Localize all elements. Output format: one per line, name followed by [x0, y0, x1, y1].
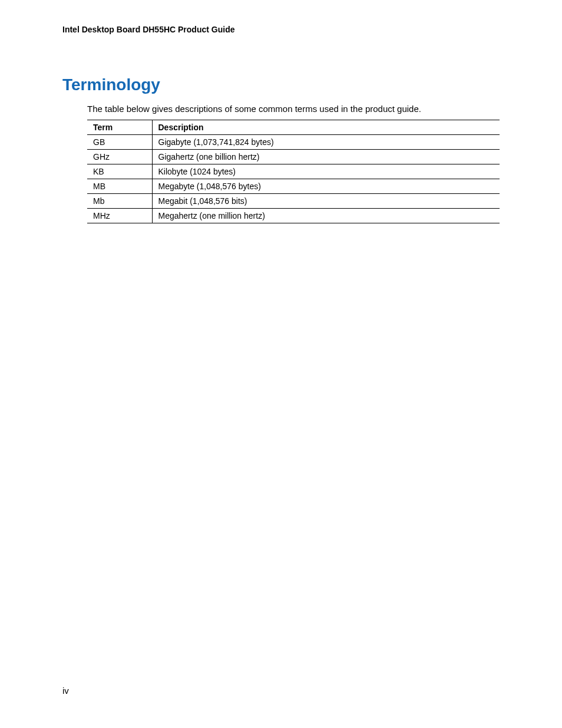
table-row: MHz Megahertz (one million hertz): [87, 209, 500, 223]
table-row: KB Kilobyte (1024 bytes): [87, 164, 500, 179]
description-cell: Gigahertz (one billion hertz): [152, 150, 500, 164]
description-cell: Megabyte (1,048,576 bytes): [152, 179, 500, 194]
term-cell: MB: [87, 179, 152, 194]
table-row: GB Gigabyte (1,073,741,824 bytes): [87, 135, 500, 150]
description-cell: Megahertz (one million hertz): [152, 209, 500, 223]
term-cell: MHz: [87, 209, 152, 223]
page-number: iv: [62, 686, 69, 696]
term-cell: Mb: [87, 194, 152, 209]
table-row: MB Megabyte (1,048,576 bytes): [87, 179, 500, 194]
table-header-term: Term: [87, 120, 152, 135]
table-row: GHz Gigahertz (one billion hertz): [87, 150, 500, 164]
description-cell: Gigabyte (1,073,741,824 bytes): [152, 135, 500, 150]
table-row: Mb Megabit (1,048,576 bits): [87, 194, 500, 209]
description-cell: Megabit (1,048,576 bits): [152, 194, 500, 209]
section-title: Terminology: [62, 75, 500, 94]
term-cell: GHz: [87, 150, 152, 164]
section-intro: The table below gives descriptions of so…: [87, 104, 500, 114]
table-header-description: Description: [152, 120, 500, 135]
table-header-row: Term Description: [87, 120, 500, 135]
document-header: Intel Desktop Board DH55HC Product Guide: [62, 25, 500, 34]
terminology-table: Term Description GB Gigabyte (1,073,741,…: [87, 120, 500, 223]
term-cell: KB: [87, 164, 152, 179]
description-cell: Kilobyte (1024 bytes): [152, 164, 500, 179]
term-cell: GB: [87, 135, 152, 150]
